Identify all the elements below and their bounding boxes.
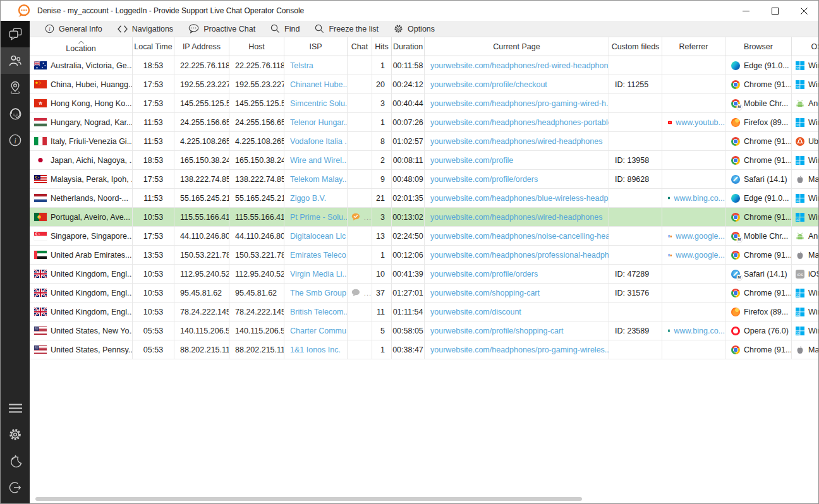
maximize-button[interactable] [760,1,789,21]
toolbar-general-info-button[interactable]: i General Info [37,21,110,37]
column-header-duration[interactable]: Duration [392,37,425,56]
current-page-link[interactable]: yourwebsite.com/headphones/headphones-po… [430,118,609,127]
sidebar-item-visitors[interactable] [1,47,30,74]
isp-link[interactable]: Wire and Wirel... [290,156,348,165]
toolbar-freeze-list-button[interactable]: Freeze the list [307,21,386,37]
referrer-link[interactable]: www.bing.co... [674,327,725,335]
column-header-custom[interactable]: Custom fileds [609,37,662,56]
sidebar-item-operators[interactable] [1,100,30,127]
cell-browser: Chrome (91... [725,340,792,359]
table-row[interactable]: United Kingdom, Engl...10:5395.45.81.629… [30,284,818,303]
minimize-button[interactable] [731,1,760,21]
isp-link[interactable]: Charter Commu... [290,327,348,335]
current-page-link[interactable]: yourwebsite.com/headphones/pro-gaming-wi… [430,99,609,108]
ip-address-text: 112.95.240.52 [180,270,229,279]
maximize-icon [772,8,779,15]
current-page-link[interactable]: yourwebsite.com/headphones/pro-gaming-wi… [430,345,609,354]
current-page-link[interactable]: yourwebsite.com/discount [430,308,521,316]
sidebar-item-menu[interactable] [1,395,30,421]
cell-browser: Chrome (91... [725,132,792,150]
isp-link[interactable]: The Smb Group [290,289,346,297]
column-header-browser[interactable]: Browser [725,37,792,56]
sidebar-item-geo-map[interactable] [1,74,30,100]
toolbar-options-button[interactable]: Options [386,21,442,37]
current-page-link[interactable]: yourwebsite.com/headphones/wired-headpho… [430,137,602,146]
column-header-local_time[interactable]: Local Time [133,37,174,56]
isp-link[interactable]: Ziggo B.V. [290,194,326,203]
sidebar-item-theme[interactable] [1,448,30,474]
cell-hits: 3 [372,94,392,112]
sidebar-item-settings[interactable] [1,421,30,448]
sidebar-item-chats[interactable] [1,21,30,47]
column-header-host[interactable]: Host [229,37,284,56]
cell-isp: Wire and Wirel... [284,151,348,169]
isp-link[interactable]: British Telecom... [290,308,348,316]
column-header-location[interactable]: Location [30,37,133,56]
cell-page: yourwebsite.com/profile/checkout [425,75,609,93]
current-page-link[interactable]: yourwebsite.com/shopping-cart [430,289,540,297]
column-header-os[interactable]: OS [792,37,818,56]
current-page-link[interactable]: yourwebsite.com/headphones/red-wired-hea… [430,61,609,70]
current-page-link[interactable]: yourwebsite.com/profile [430,156,513,165]
isp-link[interactable]: Pt Prime - Solu... [290,213,348,222]
table-row[interactable]: United States, Pennsy...05:5388.202.215.… [30,340,818,359]
toolbar-find-button[interactable]: Find [263,21,307,37]
column-header-referrer[interactable]: Referrer [662,37,725,56]
current-page-link[interactable]: yourwebsite.com/profile/checkout [430,80,547,89]
table-row[interactable]: Italy, Friuli-Venezia Gi...11:534.225.10… [30,132,818,151]
current-page-link[interactable]: yourwebsite.com/profile/shopping-cart [430,327,564,335]
sidebar-item-info[interactable]: i [1,127,30,153]
close-button[interactable] [789,1,818,21]
referrer-link[interactable]: www.youtub... [676,118,725,127]
isp-link[interactable]: Telekom Malay... [290,175,348,184]
table-row[interactable]: Hungary, Nograd, Kar...11:5324.255.156.6… [30,113,818,132]
current-page-link[interactable]: yourwebsite.com/headphones/noise-cancell… [430,232,609,241]
current-page-link[interactable]: yourwebsite.com/profile/orders [430,270,538,279]
table-row[interactable]: Portugal, Aveiro, Ave...10:53115.55.166.… [30,208,818,227]
column-header-hits[interactable]: Hits [372,37,392,56]
cell-local_time: 11:53 [133,189,174,207]
table-row[interactable]: Hong Kong, Hong Ko...17:53145.255.125.55… [30,94,818,113]
table-row[interactable]: United Arab Emirates...13:53150.53.221.7… [30,246,818,265]
isp-link[interactable]: Emirates Teleco... [290,251,348,260]
table-row[interactable]: Malaysia, Perak, Ipoh, ...17:53138.222.7… [30,170,818,189]
cell-page: yourwebsite.com/headphones/noise-cancell… [425,227,609,245]
table-row[interactable]: United Kingdom, Engl...10:53112.95.240.5… [30,265,818,284]
current-page-link[interactable]: yourwebsite.com/headphones/wired-headpho… [430,213,602,222]
current-page-link[interactable]: yourwebsite.com/profile/orders [430,175,538,184]
cell-page: yourwebsite.com/headphones/pro-gaming-wi… [425,340,609,359]
cell-custom [609,113,662,131]
referrer-link[interactable]: www.bing.co... [674,194,725,203]
isp-link[interactable]: Telenor Hungar... [290,118,348,127]
table-row[interactable]: Australia, Victoria, Ge...18:5322.225.76… [30,56,818,75]
column-header-isp[interactable]: ISP [284,37,348,56]
column-header-chat[interactable]: Chat [348,37,372,56]
isp-link[interactable]: Vodafone Italia ... [290,137,348,146]
toolbar-proactive-chat-button[interactable]: Proactive Chat [181,21,263,37]
local-time-text: 17:53 [143,80,163,89]
table-row[interactable]: Netherlands, Noord-...11:5355.165.245.21… [30,189,818,208]
isp-link[interactable]: Simcentric Solu... [290,99,348,108]
horizontal-scrollbar[interactable] [30,496,818,503]
referrer-link[interactable]: www.google... [676,232,725,241]
cell-duration: 02:24:50 [392,227,425,245]
table-row[interactable]: China, Hubei, Huangg...17:53192.55.23.22… [30,75,818,94]
table-row[interactable]: Singapore, Singapore...17:5344.110.246.8… [30,227,818,246]
isp-link[interactable]: 1&1 Ionos Inc. [290,345,341,354]
column-header-ip[interactable]: IP Address [174,37,229,56]
isp-link[interactable]: Digitalocean Llc [290,232,346,241]
horizontal-scrollbar-thumb[interactable] [35,497,582,501]
table-row[interactable]: United Kingdom, Engl...10:5378.24.222.14… [30,303,818,321]
toolbar-navigations-button[interactable]: Navigations [110,21,181,37]
current-page-link[interactable]: yourwebsite.com/headphones/professional-… [430,251,609,260]
sidebar-item-logout[interactable] [1,474,30,501]
current-page-link[interactable]: yourwebsite.com/headphones/blue-wireless… [430,194,609,203]
isp-link[interactable]: Chinanet Hube... [290,80,348,89]
isp-link[interactable]: Virgin Media Li... [290,270,348,279]
table-row[interactable]: Japan, Aichi, Nagoya, ...18:53165.150.38… [30,151,818,170]
isp-link[interactable]: Telstra [290,61,313,70]
table-row[interactable]: United States, New Yo...05:53140.115.206… [30,321,818,340]
toolbar-label: Navigations [132,25,173,33]
column-header-page[interactable]: Current Page [425,37,609,56]
referrer-link[interactable]: www.google... [676,251,725,260]
